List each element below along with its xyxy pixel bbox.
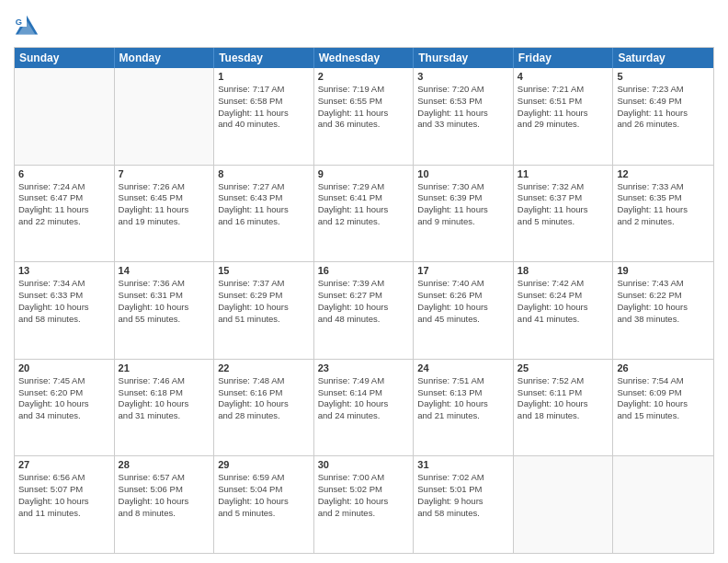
day-cell-26: 26Sunrise: 7:54 AMSunset: 6:09 PMDayligh… bbox=[613, 360, 713, 456]
day-info-line: Daylight: 10 hours bbox=[218, 398, 310, 410]
day-info-line: Daylight: 10 hours bbox=[318, 496, 410, 508]
day-info-line: and 5 minutes. bbox=[218, 508, 310, 520]
day-cell-29: 29Sunrise: 6:59 AMSunset: 5:04 PMDayligh… bbox=[214, 456, 314, 553]
calendar-row-2: 13Sunrise: 7:34 AMSunset: 6:33 PMDayligh… bbox=[15, 261, 713, 359]
day-info-line: and 9 minutes. bbox=[417, 216, 509, 228]
day-info-line: Sunset: 6:47 PM bbox=[18, 192, 110, 204]
day-number: 17 bbox=[417, 265, 509, 276]
day-info-line: Sunset: 5:04 PM bbox=[218, 484, 310, 496]
day-info-line: Sunset: 6:27 PM bbox=[318, 290, 410, 302]
day-info-line: Sunrise: 7:52 AM bbox=[518, 375, 609, 387]
day-number: 13 bbox=[18, 265, 110, 276]
day-cell-24: 24Sunrise: 7:51 AMSunset: 6:13 PMDayligh… bbox=[414, 360, 514, 456]
day-cell-16: 16Sunrise: 7:39 AMSunset: 6:27 PMDayligh… bbox=[314, 262, 415, 359]
day-header-tuesday: Tuesday bbox=[214, 48, 314, 68]
day-info-line: Daylight: 11 hours bbox=[218, 204, 310, 216]
day-info-line: Daylight: 10 hours bbox=[518, 302, 609, 314]
day-info-line: Sunrise: 6:56 AM bbox=[18, 472, 110, 484]
day-cell-10: 10Sunrise: 7:30 AMSunset: 6:39 PMDayligh… bbox=[414, 166, 514, 262]
day-info-line: and 8 minutes. bbox=[119, 508, 210, 520]
day-number: 10 bbox=[417, 168, 509, 179]
day-number: 12 bbox=[617, 168, 710, 179]
day-info-line: Daylight: 10 hours bbox=[218, 496, 310, 508]
day-info-line: Daylight: 10 hours bbox=[18, 496, 110, 508]
day-cell-7: 7Sunrise: 7:26 AMSunset: 6:45 PMDaylight… bbox=[115, 166, 215, 262]
day-info-line: Sunset: 6:33 PM bbox=[18, 290, 110, 302]
day-cell-31: 31Sunrise: 7:02 AMSunset: 5:01 PMDayligh… bbox=[414, 456, 514, 553]
day-info-line: and 58 minutes. bbox=[18, 314, 110, 326]
day-info-line: Daylight: 11 hours bbox=[18, 204, 110, 216]
day-info-line: and 26 minutes. bbox=[617, 119, 710, 131]
day-info-line: Sunrise: 7:36 AM bbox=[119, 278, 210, 290]
day-cell-22: 22Sunrise: 7:48 AMSunset: 6:16 PMDayligh… bbox=[214, 360, 314, 456]
day-cell-15: 15Sunrise: 7:37 AMSunset: 6:29 PMDayligh… bbox=[214, 262, 314, 359]
day-info-line: Sunrise: 7:00 AM bbox=[318, 472, 410, 484]
day-info-line: Sunset: 6:11 PM bbox=[518, 387, 609, 399]
calendar: SundayMondayTuesdayWednesdayThursdayFrid… bbox=[14, 47, 714, 554]
day-info-line: and 34 minutes. bbox=[18, 410, 110, 422]
day-info-line: Sunrise: 7:02 AM bbox=[417, 472, 509, 484]
day-number: 19 bbox=[617, 265, 710, 276]
day-info-line: Daylight: 11 hours bbox=[518, 204, 609, 216]
day-info-line: Daylight: 11 hours bbox=[218, 108, 310, 120]
day-info-line: and 16 minutes. bbox=[218, 216, 310, 228]
day-info-line: and 2 minutes. bbox=[318, 508, 410, 520]
day-info-line: Sunrise: 7:43 AM bbox=[617, 278, 710, 290]
day-info-line: Daylight: 10 hours bbox=[119, 398, 210, 410]
day-info-line: Sunset: 6:20 PM bbox=[18, 387, 110, 399]
day-cell-3: 3Sunrise: 7:20 AMSunset: 6:53 PMDaylight… bbox=[414, 68, 514, 165]
day-info-line: Daylight: 11 hours bbox=[417, 204, 509, 216]
day-info-line: Sunset: 6:14 PM bbox=[318, 387, 410, 399]
day-info-line: Sunrise: 7:33 AM bbox=[617, 181, 710, 193]
day-number: 28 bbox=[119, 459, 210, 470]
day-info-line: Daylight: 11 hours bbox=[119, 204, 210, 216]
day-info-line: and 38 minutes. bbox=[617, 314, 710, 326]
day-info-line: Sunrise: 7:24 AM bbox=[18, 181, 110, 193]
day-info-line: Sunrise: 7:34 AM bbox=[18, 278, 110, 290]
day-cell-empty-0-0 bbox=[15, 68, 115, 165]
day-info-line: Sunset: 6:24 PM bbox=[518, 290, 609, 302]
day-info-line: and 58 minutes. bbox=[417, 508, 509, 520]
day-info-line: Sunset: 5:01 PM bbox=[417, 484, 509, 496]
calendar-row-3: 20Sunrise: 7:45 AMSunset: 6:20 PMDayligh… bbox=[15, 359, 713, 456]
day-info-line: Sunset: 6:22 PM bbox=[617, 290, 710, 302]
day-info-line: Sunrise: 7:26 AM bbox=[119, 181, 210, 193]
day-info-line: Daylight: 10 hours bbox=[417, 398, 509, 410]
day-cell-19: 19Sunrise: 7:43 AMSunset: 6:22 PMDayligh… bbox=[613, 262, 713, 359]
day-cell-21: 21Sunrise: 7:46 AMSunset: 6:18 PMDayligh… bbox=[115, 360, 215, 456]
day-info-line: Sunset: 6:26 PM bbox=[417, 290, 509, 302]
day-number: 21 bbox=[119, 362, 210, 373]
day-cell-empty-4-6 bbox=[613, 456, 713, 553]
day-number: 29 bbox=[218, 459, 310, 470]
day-info-line: and 22 minutes. bbox=[18, 216, 110, 228]
day-header-wednesday: Wednesday bbox=[314, 48, 415, 68]
day-number: 11 bbox=[518, 168, 609, 179]
day-number: 3 bbox=[417, 71, 509, 82]
day-number: 16 bbox=[318, 265, 410, 276]
day-info-line: Sunset: 6:09 PM bbox=[617, 387, 710, 399]
day-info-line: and 51 minutes. bbox=[218, 314, 310, 326]
calendar-row-1: 6Sunrise: 7:24 AMSunset: 6:47 PMDaylight… bbox=[15, 165, 713, 262]
day-info-line: Sunrise: 6:57 AM bbox=[119, 472, 210, 484]
day-info-line: Sunset: 6:45 PM bbox=[119, 192, 210, 204]
logo-icon: G bbox=[14, 14, 40, 40]
day-info-line: and 21 minutes. bbox=[417, 410, 509, 422]
day-cell-empty-4-5 bbox=[514, 456, 614, 553]
day-info-line: Sunset: 5:02 PM bbox=[318, 484, 410, 496]
day-info-line: and 48 minutes. bbox=[318, 314, 410, 326]
day-info-line: Daylight: 10 hours bbox=[18, 302, 110, 314]
day-info-line: Sunset: 5:06 PM bbox=[119, 484, 210, 496]
day-info-line: Sunrise: 7:20 AM bbox=[417, 84, 509, 96]
day-cell-30: 30Sunrise: 7:00 AMSunset: 5:02 PMDayligh… bbox=[314, 456, 415, 553]
day-header-sunday: Sunday bbox=[15, 48, 115, 68]
day-info-line: Sunrise: 7:27 AM bbox=[218, 181, 310, 193]
header: G bbox=[14, 9, 714, 40]
day-info-line: Daylight: 10 hours bbox=[218, 302, 310, 314]
day-info-line: Daylight: 10 hours bbox=[617, 398, 710, 410]
day-info-line: and 2 minutes. bbox=[617, 216, 710, 228]
day-number: 14 bbox=[119, 265, 210, 276]
day-number: 6 bbox=[18, 168, 110, 179]
day-number: 15 bbox=[218, 265, 310, 276]
day-info-line: and 55 minutes. bbox=[119, 314, 210, 326]
day-cell-13: 13Sunrise: 7:34 AMSunset: 6:33 PMDayligh… bbox=[15, 262, 115, 359]
